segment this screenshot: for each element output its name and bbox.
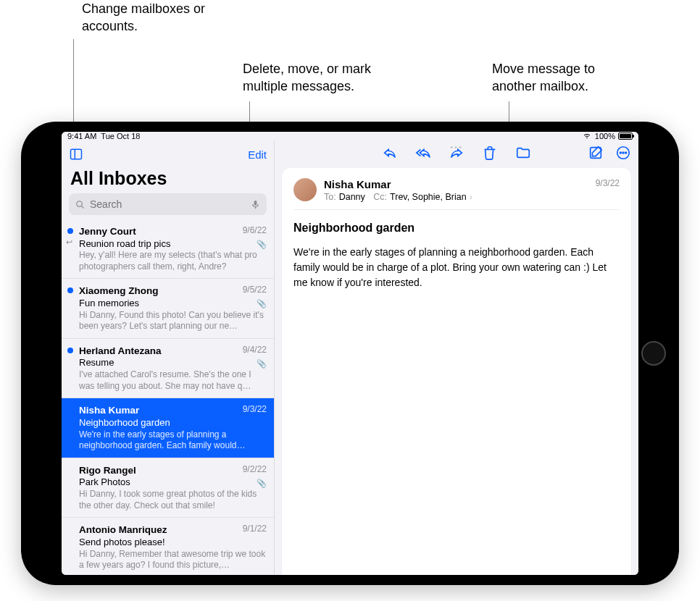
unread-dot-icon [67, 287, 73, 293]
row-sender: Xiaomeng Zhong [79, 285, 159, 298]
to-value: Danny [339, 192, 365, 202]
row-subject: Neighborhood garden [79, 417, 170, 429]
attachment-icon: 📎 [257, 239, 267, 249]
attachment-icon: 📎 [257, 358, 267, 369]
status-date: Tue Oct 18 [101, 132, 140, 140]
callout-mailboxes: Change mailboxes or accounts. [82, 0, 205, 35]
row-preview: We're in the early stages of planning a … [79, 429, 267, 452]
svg-point-14 [625, 152, 627, 154]
unread-dot-icon [67, 228, 73, 234]
row-preview: Hi Danny, Found this photo! Can you beli… [79, 310, 267, 332]
message-row[interactable]: Antonio Manriquez9/1/22Send photos pleas… [62, 518, 274, 575]
wifi-icon [582, 133, 592, 140]
compose-icon[interactable] [588, 145, 604, 164]
attachment-icon: 📎 [257, 298, 267, 308]
svg-point-12 [620, 152, 621, 154]
svg-rect-0 [71, 149, 82, 159]
row-subject: Resume [79, 357, 114, 369]
row-date: 9/4/22 [243, 345, 267, 358]
message-body: We're in the early stages of planning a … [293, 245, 620, 290]
message-row[interactable]: Xiaomeng Zhong9/5/22Fun memories📎Hi Dann… [62, 279, 274, 338]
message-header[interactable]: Nisha Kumar To: Danny Cc: Trev, Sophie, … [293, 178, 620, 210]
screen: 9:41 AM Tue Oct 18 100% Edit All Inboxes [62, 132, 638, 575]
grabber-icon[interactable]: ••• [450, 143, 463, 151]
search-input[interactable] [90, 198, 246, 210]
avatar[interactable] [293, 178, 317, 201]
sidebar-title: All Inboxes [62, 168, 274, 193]
move-folder-icon[interactable] [515, 145, 531, 164]
row-subject: Fun memories [79, 298, 139, 310]
message-row[interactable]: Rigo Rangel9/2/22Park Photos📎Hi Danny, I… [62, 458, 274, 518]
callout-edit: Delete, move, or mark multiple messages. [243, 60, 371, 96]
message-from: Nisha Kumar [324, 178, 588, 190]
row-sender: Nisha Kumar [79, 404, 139, 417]
row-preview: I've attached Carol's resume. She's the … [79, 369, 267, 392]
edit-button[interactable]: Edit [248, 148, 267, 161]
row-preview: Hi Danny, I took some great photos of th… [79, 489, 267, 511]
message-row[interactable]: Nisha Kumar9/3/22Neighborhood gardenWe'r… [62, 398, 274, 458]
row-subject: Send photos please! [79, 537, 165, 549]
cc-value: Trev, Sophie, Brian [390, 192, 467, 202]
row-sender: Jenny Court [79, 225, 136, 238]
replied-icon: ↩ [66, 237, 72, 247]
ipad-frame: 9:41 AM Tue Oct 18 100% Edit All Inboxes [21, 122, 679, 585]
message-card: Nisha Kumar To: Danny Cc: Trev, Sophie, … [282, 168, 631, 575]
row-preview: Hey, y'all! Here are my selects (that's … [79, 250, 267, 272]
reading-pane: ••• [275, 140, 638, 575]
mailbox-sidebar: Edit All Inboxes ↩Jenny Court9/6/22Reuni… [62, 140, 275, 575]
row-date: 9/6/22 [243, 225, 267, 238]
search-icon [75, 199, 86, 210]
battery-icon [618, 133, 633, 140]
message-row[interactable]: ↩Jenny Court9/6/22Reunion road trip pics… [62, 219, 274, 279]
sidebar-toggle-icon[interactable] [69, 147, 83, 161]
svg-line-3 [81, 206, 83, 208]
row-date: 9/2/22 [243, 464, 267, 477]
row-sender: Antonio Manriquez [79, 524, 167, 537]
svg-point-13 [622, 152, 624, 154]
message-date: 9/3/22 [596, 178, 620, 202]
dictate-icon[interactable] [250, 199, 261, 210]
reply-all-icon[interactable] [415, 145, 431, 164]
svg-point-2 [77, 201, 83, 206]
reply-icon[interactable] [382, 145, 398, 164]
cc-label: Cc: [373, 192, 387, 202]
status-time: 9:41 AM [67, 132, 96, 140]
search-bar[interactable] [69, 193, 267, 215]
message-subject: Neighborhood garden [293, 222, 620, 235]
row-date: 9/5/22 [243, 285, 267, 298]
row-subject: Park Photos [79, 476, 130, 489]
row-sender: Rigo Rangel [79, 464, 136, 477]
row-subject: Reunion road trip pics [79, 238, 170, 251]
chevron-right-icon[interactable]: › [470, 192, 472, 202]
row-date: 9/1/22 [243, 524, 267, 537]
to-label: To: [324, 192, 336, 202]
row-date: 9/3/22 [243, 404, 267, 417]
message-list[interactable]: ↩Jenny Court9/6/22Reunion road trip pics… [62, 219, 274, 575]
message-row[interactable]: Herland Antezana9/4/22Resume📎I've attach… [62, 339, 274, 398]
more-icon[interactable] [615, 145, 631, 164]
callout-move: Move message to another mailbox. [492, 60, 595, 96]
battery-percent: 100% [595, 132, 615, 140]
row-preview: Hi Danny, Remember that awesome trip we … [79, 549, 267, 571]
attachment-icon: 📎 [257, 478, 267, 488]
home-button[interactable] [641, 341, 666, 366]
message-toolbar: ••• [275, 140, 638, 168]
trash-icon[interactable] [482, 145, 498, 164]
status-bar: 9:41 AM Tue Oct 18 100% [62, 132, 638, 140]
unread-dot-icon [67, 348, 73, 353]
row-sender: Herland Antezana [79, 345, 162, 358]
